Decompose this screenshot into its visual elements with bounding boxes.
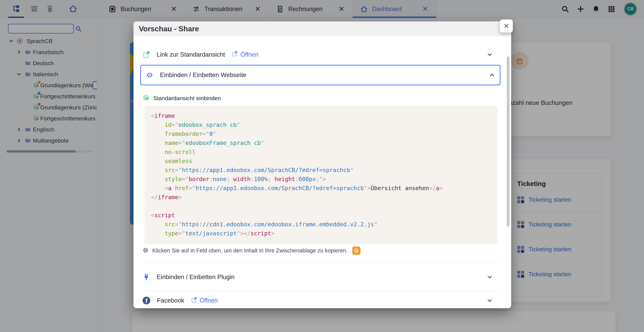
divider	[140, 263, 500, 263]
grammarly-badge[interactable]: G	[352, 247, 360, 255]
embed-code-field[interactable]: <iframe id="edoobox_sprach cb" framebord…	[144, 106, 498, 244]
plug-icon	[142, 273, 150, 281]
code-icon	[146, 71, 153, 79]
external-link-icon	[232, 51, 238, 58]
external-link-icon	[142, 51, 150, 58]
chevron-down-icon[interactable]	[487, 274, 493, 280]
modal-title: Vorschau - Share	[139, 25, 199, 33]
embed-section-label: Standardansicht einbinden	[142, 93, 221, 103]
code-line: style="border:none; width:100%; height:6…	[151, 174, 498, 183]
accordion-facebook[interactable]: f Facebook Öffnen	[142, 293, 494, 308]
external-link-icon	[191, 297, 197, 304]
code-line: <script	[151, 211, 498, 220]
open-link-label: Öffnen	[200, 297, 218, 304]
open-link-label: Öffnen	[240, 51, 258, 58]
copy-hint: Klicken Sie auf in Feld oben, um den Inh…	[142, 246, 360, 256]
code-line: <iframe	[151, 111, 498, 120]
cube-icon	[142, 94, 150, 102]
share-preview-modal: Vorschau - Share Link zur Standardansich…	[134, 21, 511, 308]
code-line: <a href="https://app1.edoobox.com/Sprach…	[151, 183, 498, 193]
code-line: seamless	[151, 157, 498, 166]
code-line: frameborder="0"	[151, 129, 498, 138]
chevron-up-icon[interactable]	[489, 72, 495, 78]
code-line: src="https://cdn1.edoobox.com/edoobox.if…	[151, 220, 498, 229]
code-line: type="text/javascript"></script>	[151, 229, 498, 238]
accordion-label: Facebook	[157, 297, 184, 304]
accordion-link-standard-view[interactable]: Link zur Standardansicht Öffnen	[142, 47, 494, 62]
accordion-embed-plugin[interactable]: Einbinden / Einbetten Plugin	[142, 269, 494, 285]
accordion-label: Einbinden / Einbetten Webseite	[160, 72, 246, 79]
open-link[interactable]: Öffnen	[191, 297, 218, 304]
code-line: src="https://app1.edoobox.com/SprachCB/?…	[151, 166, 498, 174]
code-line: no-scroll	[151, 148, 498, 157]
accordion-label: Link zur Standardansicht	[157, 51, 225, 58]
code-line	[151, 202, 498, 211]
accordion-embed-website[interactable]: Einbinden / Einbetten Webseite	[140, 65, 500, 85]
info-icon	[142, 247, 148, 254]
embed-section-text: Standardansicht einbinden	[153, 95, 221, 102]
code-line: id="edoobox_sprach cb"	[151, 120, 498, 129]
divider	[140, 291, 500, 291]
copy-hint-text: Klicken Sie auf in Feld oben, um den Inh…	[152, 247, 348, 254]
code-line: </iframe>	[151, 193, 498, 202]
facebook-icon: f	[142, 297, 150, 304]
code-line: name="edooboxFrame_sprach cb"	[151, 138, 498, 148]
accordion-label: Einbinden / Einbetten Plugin	[157, 274, 234, 281]
close-icon[interactable]: ✕	[500, 19, 513, 32]
chevron-down-icon[interactable]	[487, 298, 493, 304]
modal-header: Vorschau - Share	[134, 21, 511, 36]
modal-scrollbar[interactable]	[507, 57, 510, 227]
chevron-down-icon[interactable]	[487, 52, 493, 58]
app-root: Buchungen✕Transaktionen✕Rechnungen✕Dashb…	[0, 0, 644, 332]
open-link[interactable]: Öffnen	[232, 51, 258, 58]
